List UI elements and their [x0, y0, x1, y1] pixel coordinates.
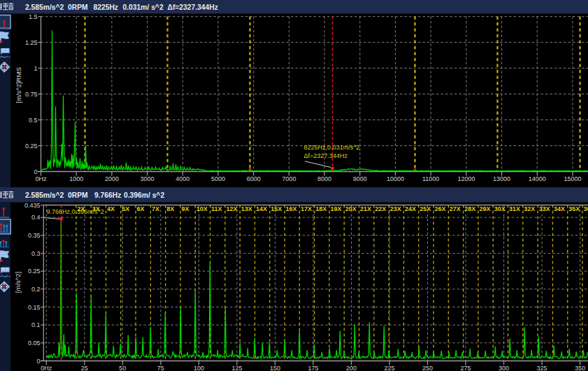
svg-text:33X: 33X	[539, 205, 550, 212]
svg-text:21X: 21X	[360, 205, 371, 212]
svg-text:10X: 10X	[196, 205, 208, 212]
svg-text:17X: 17X	[301, 205, 312, 212]
svg-text:20X: 20X	[345, 205, 357, 212]
svg-text:0.25: 0.25	[25, 143, 38, 150]
svg-text:0.35: 0.35	[28, 232, 41, 239]
svg-text:100: 100	[194, 365, 204, 371]
svg-text:0RPM: 0RPM	[68, 191, 88, 199]
svg-text:7X: 7X	[152, 205, 159, 212]
svg-text:0.05: 0.05	[28, 340, 41, 347]
svg-text:30X: 30X	[494, 205, 505, 212]
svg-text:0.2: 0.2	[31, 286, 41, 293]
svg-text:15X: 15X	[271, 205, 282, 212]
svg-text:325: 325	[537, 365, 547, 371]
svg-text:8X: 8X	[166, 205, 174, 212]
svg-text:19X: 19X	[330, 205, 341, 212]
svg-text:35X: 35X	[568, 205, 580, 212]
svg-text:5X: 5X	[122, 205, 129, 212]
svg-text:26X: 26X	[435, 205, 446, 212]
svg-text:13X: 13X	[241, 205, 252, 212]
svg-text:13000: 13000	[493, 175, 510, 182]
svg-text:12000: 12000	[457, 175, 475, 182]
svg-text:0Hz: 0Hz	[41, 365, 52, 371]
svg-text:9000: 9000	[353, 175, 367, 182]
svg-text:14000: 14000	[529, 175, 546, 182]
svg-text:[m/s^2]: [m/s^2]	[14, 272, 22, 293]
svg-text:9.766Hz,0.396m/s^2: 9.766Hz,0.396m/s^2	[47, 208, 104, 215]
svg-text:0.435: 0.435	[24, 202, 41, 209]
svg-text:0.15: 0.15	[28, 304, 41, 311]
svg-text:0.75: 0.75	[25, 91, 38, 98]
svg-text:0: 0	[36, 358, 40, 365]
svg-text:0: 0	[34, 168, 37, 175]
svg-text:15000: 15000	[564, 175, 581, 182]
svg-text:8000: 8000	[317, 175, 331, 182]
svg-text:7000: 7000	[282, 175, 296, 182]
svg-text:25: 25	[81, 365, 88, 371]
svg-text:1.5: 1.5	[29, 13, 38, 20]
svg-text:1.25: 1.25	[25, 39, 38, 46]
svg-text:2000: 2000	[105, 175, 119, 182]
svg-text:34X: 34X	[554, 205, 565, 212]
svg-text:0.396m/ s^2: 0.396m/ s^2	[124, 191, 164, 199]
svg-text:350: 350	[575, 365, 585, 371]
svg-text:16X: 16X	[286, 205, 297, 212]
svg-text:300: 300	[499, 365, 509, 371]
svg-text:0.25: 0.25	[28, 268, 41, 275]
svg-text:2.585m/s^2: 2.585m/s^2	[25, 3, 64, 11]
svg-text:0.3: 0.3	[31, 250, 41, 257]
svg-text:275: 275	[461, 365, 471, 371]
svg-text:Δf=2327.344Hz: Δf=2327.344Hz	[168, 3, 218, 11]
svg-text:32X: 32X	[524, 205, 535, 212]
svg-text:75: 75	[157, 365, 164, 371]
svg-text:150: 150	[270, 365, 280, 371]
svg-text:50: 50	[119, 365, 126, 371]
svg-text:0.031m/ s^2: 0.031m/ s^2	[123, 3, 164, 11]
svg-text:0.5: 0.5	[29, 117, 38, 124]
svg-text:14X: 14X	[256, 205, 267, 212]
svg-text:36X: 36X	[584, 205, 588, 212]
svg-text:2.585m/s^2: 2.585m/s^2	[25, 191, 64, 199]
svg-text:28X: 28X	[464, 205, 475, 212]
svg-text:125: 125	[231, 365, 242, 371]
svg-text:6000: 6000	[247, 175, 261, 182]
svg-text:0.4: 0.4	[31, 214, 41, 221]
svg-text:200: 200	[346, 365, 357, 371]
svg-text:24X: 24X	[405, 205, 416, 212]
svg-text:0Hz: 0Hz	[35, 175, 47, 182]
svg-text:0RPM: 0RPM	[68, 3, 88, 11]
svg-text:8225Hz: 8225Hz	[94, 3, 119, 11]
svg-text:31X: 31X	[509, 205, 520, 212]
svg-text:22X: 22X	[375, 205, 386, 212]
svg-text:11X: 11X	[211, 205, 222, 212]
svg-text:23X: 23X	[390, 205, 401, 212]
svg-text:0.1: 0.1	[31, 321, 41, 328]
svg-text:250: 250	[422, 365, 433, 371]
svg-text:10000: 10000	[387, 175, 404, 182]
svg-text:8225Hz,0.031m/s^2: 8225Hz,0.031m/s^2	[304, 144, 360, 151]
svg-text:11000: 11000	[422, 175, 439, 182]
svg-text:1: 1	[34, 65, 37, 72]
svg-text:1000: 1000	[69, 175, 83, 182]
svg-text:6X: 6X	[137, 205, 145, 212]
svg-text:175: 175	[308, 365, 318, 371]
svg-text:3000: 3000	[141, 175, 155, 182]
svg-text:18X: 18X	[315, 205, 327, 212]
svg-text:4X: 4X	[107, 205, 115, 212]
svg-text:9X: 9X	[181, 205, 189, 212]
svg-text:25X: 25X	[420, 205, 431, 212]
svg-text:5000: 5000	[211, 175, 225, 182]
svg-text:9.766Hz: 9.766Hz	[94, 191, 121, 199]
svg-text:27X: 27X	[450, 205, 461, 212]
svg-text:4000: 4000	[175, 175, 189, 182]
svg-text:Δf=2327.344Hz: Δf=2327.344Hz	[304, 152, 348, 159]
svg-text:29X: 29X	[479, 205, 490, 212]
svg-text:[m/s^2]RMS: [m/s^2]RMS	[15, 67, 22, 103]
svg-text:225: 225	[385, 365, 395, 371]
svg-text:12X: 12X	[226, 205, 237, 212]
